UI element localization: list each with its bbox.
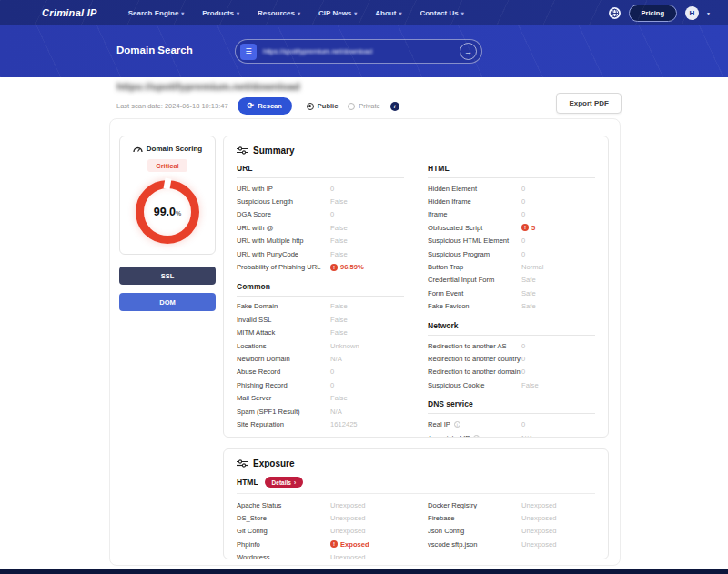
row-label: Phpinfo bbox=[237, 540, 330, 549]
private-radio-label: Private bbox=[359, 102, 379, 110]
data-row: LocationsUnknown bbox=[237, 339, 404, 352]
row-value: !96.59% bbox=[330, 263, 404, 271]
data-row: WordpressUnexposed bbox=[237, 551, 404, 559]
section-title: DNS service bbox=[428, 391, 595, 414]
radio-dot bbox=[307, 103, 314, 110]
alert-icon: ! bbox=[330, 264, 338, 271]
public-radio[interactable]: Public bbox=[307, 102, 339, 110]
row-value: Unexposed bbox=[330, 514, 404, 522]
data-row: Site Reputation1612425 bbox=[237, 418, 404, 430]
export-pdf-button[interactable]: Export PDF bbox=[556, 93, 622, 114]
data-row: Abuse Record0 bbox=[237, 366, 404, 378]
row-label: URL with @ bbox=[237, 224, 330, 232]
data-row: Fake FaviconSafe bbox=[428, 300, 595, 313]
data-row: Phishing Record0 bbox=[237, 378, 404, 391]
row-value: Unknown bbox=[330, 342, 404, 350]
row-value: 0 bbox=[521, 342, 595, 350]
row-value: False bbox=[330, 197, 404, 206]
private-radio[interactable]: Private bbox=[348, 102, 379, 110]
row-label: Docker Registry bbox=[428, 501, 521, 509]
row-label: Associated IPi bbox=[428, 434, 521, 438]
row-label: Abuse Record bbox=[237, 368, 330, 376]
data-row: Redirection to another AS0 bbox=[428, 339, 595, 352]
row-label: Suspicious Program bbox=[428, 250, 521, 258]
data-row: Iframe0 bbox=[428, 208, 595, 221]
ssl-button[interactable]: SSL bbox=[119, 267, 216, 285]
nav-menu: Search Engine▾Products▾Resources▾CIP New… bbox=[128, 9, 464, 17]
row-value: Unexposed bbox=[521, 540, 595, 549]
row-label: URL with IP bbox=[237, 185, 330, 193]
nav-item-contact-us[interactable]: Contact Us▾ bbox=[420, 9, 463, 17]
nav-item-products[interactable]: Products▾ bbox=[202, 9, 239, 17]
row-label: Redirection to another domain bbox=[428, 368, 521, 376]
row-value: Unexposed bbox=[330, 527, 404, 535]
last-scan-date: Last scan date: 2024-06-18 10:13:47 bbox=[116, 102, 228, 110]
dom-button[interactable]: DOM bbox=[119, 293, 216, 311]
search-submit-arrow-icon[interactable]: → bbox=[460, 43, 477, 60]
details-button[interactable]: Details › bbox=[265, 477, 304, 488]
row-value: False bbox=[330, 224, 404, 232]
data-row: Suspicious Program0 bbox=[428, 247, 595, 260]
criminal-ip-logo[interactable]: Criminal IP bbox=[42, 7, 97, 18]
info-icon: i bbox=[454, 421, 460, 428]
language-globe-icon[interactable] bbox=[609, 7, 621, 19]
row-value: 0 bbox=[521, 210, 595, 218]
row-value: 0 bbox=[521, 250, 595, 258]
row-value: !Exposed bbox=[330, 540, 404, 549]
row-value: 0 bbox=[330, 185, 404, 193]
row-label: Suspicious Length bbox=[237, 197, 330, 206]
severity-badge: Critical bbox=[147, 159, 187, 172]
summary-header: Summary bbox=[237, 146, 595, 156]
info-icon[interactable]: i bbox=[390, 102, 399, 111]
row-value: N/A bbox=[330, 355, 404, 363]
chevron-down-icon[interactable]: ▾ bbox=[707, 10, 710, 16]
summary-col-1: HTMLHidden Element0Hidden Iframe0Iframe0… bbox=[428, 161, 595, 438]
row-label: Real IPi bbox=[428, 420, 521, 428]
data-row: URL with IP0 bbox=[237, 182, 404, 195]
nav-item-cip-news[interactable]: CIP News▾ bbox=[318, 9, 357, 17]
row-label: Redirection to another AS bbox=[428, 342, 521, 350]
chevron-down-icon: ▾ bbox=[181, 11, 184, 16]
row-value: N/A bbox=[521, 434, 595, 438]
rescan-label: Rescan bbox=[258, 102, 282, 110]
row-value: Safe bbox=[521, 289, 595, 297]
pricing-button[interactable]: Pricing bbox=[629, 5, 677, 22]
nav-item-about[interactable]: About▾ bbox=[375, 9, 401, 17]
row-value: !5 bbox=[521, 224, 595, 232]
data-row: Associated IPiN/A bbox=[428, 431, 595, 438]
refresh-icon: ⟳ bbox=[248, 102, 255, 110]
search-type-icon[interactable]: ☰ bbox=[240, 44, 257, 60]
exposure-title: Exposure bbox=[253, 458, 295, 468]
score-number: 99.0 bbox=[154, 206, 176, 218]
row-value: Normal bbox=[521, 263, 595, 271]
domain-search-bar[interactable]: ☰ https://spotifypremium.net/download → bbox=[235, 39, 482, 64]
score-unit: % bbox=[176, 210, 181, 217]
row-label: Button Trap bbox=[428, 263, 521, 271]
row-label: Fake Domain bbox=[237, 302, 330, 310]
row-label: Apache Status bbox=[237, 501, 330, 509]
page-title: Domain Search bbox=[116, 45, 193, 55]
nav-item-resources[interactable]: Resources▾ bbox=[258, 9, 300, 17]
row-label: Credential Input Form bbox=[428, 276, 521, 284]
search-input[interactable]: https://spotifypremium.net/download bbox=[263, 47, 460, 55]
row-value: False bbox=[330, 394, 404, 402]
row-value: False bbox=[330, 237, 404, 245]
user-avatar[interactable]: H bbox=[685, 6, 699, 20]
exposure-group-row: HTML Details › bbox=[237, 477, 595, 494]
chevron-down-icon: ▾ bbox=[399, 11, 401, 16]
gauge-icon bbox=[133, 146, 143, 153]
rescan-button[interactable]: ⟳ Rescan bbox=[238, 97, 292, 115]
data-row: Hidden Iframe0 bbox=[428, 195, 595, 207]
domain-search-hero: Domain Search ☰ https://spotifypremium.n… bbox=[0, 25, 728, 77]
row-label: Redirection to another country bbox=[428, 355, 521, 363]
data-row: Obfuscated Script!5 bbox=[428, 221, 595, 234]
exposure-header: Exposure bbox=[237, 458, 595, 468]
data-row: Apache StatusUnexposed bbox=[237, 498, 404, 511]
summary-col-0: URLURL with IP0Suspicious LengthFalseDGA… bbox=[237, 161, 404, 438]
row-label: URL with PunyCode bbox=[237, 250, 330, 258]
nav-item-search-engine[interactable]: Search Engine▾ bbox=[128, 9, 185, 17]
exposure-panel: Exposure HTML Details › Apache StatusUne… bbox=[223, 448, 609, 559]
row-value: 0 bbox=[521, 368, 595, 376]
chevron-right-icon: › bbox=[294, 479, 296, 486]
public-radio-label: Public bbox=[318, 102, 339, 110]
